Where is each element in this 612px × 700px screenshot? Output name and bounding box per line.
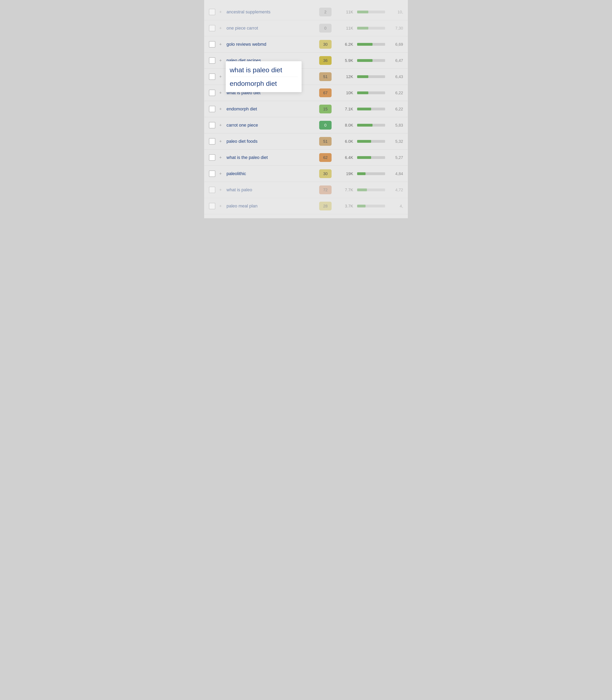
bar-fill	[357, 156, 371, 159]
volume-text: 6.4K	[337, 155, 353, 160]
extra-number: 6,47	[389, 58, 403, 63]
difficulty-bar	[357, 75, 385, 78]
bar-fill	[357, 172, 365, 175]
keyword-text: one piece carrot	[226, 26, 319, 31]
score-badge: 36	[319, 56, 332, 65]
keyword-text: endomorph diet	[226, 106, 319, 112]
table-row: + what is paleo 72 7.7K 4,72	[204, 182, 408, 198]
bar-fill	[357, 75, 368, 78]
row-checkbox[interactable]	[209, 90, 215, 96]
keyword-text: paleolithic	[226, 171, 319, 176]
add-button[interactable]: +	[218, 9, 223, 15]
keyword-text: what is paleo	[226, 187, 319, 192]
difficulty-bar	[357, 59, 385, 62]
row-checkbox[interactable]	[209, 154, 215, 161]
add-button[interactable]: +	[218, 74, 223, 80]
volume-text: 7.7K	[337, 188, 353, 192]
volume-text: 11K	[337, 10, 353, 14]
row-checkbox[interactable]	[209, 138, 215, 145]
volume-text: 7.1K	[337, 107, 353, 111]
score-badge: 0	[319, 24, 332, 32]
extra-number: 5,27	[389, 155, 403, 160]
difficulty-bar	[357, 140, 385, 143]
extra-number: 6,69	[389, 42, 403, 47]
table-row: + what is the paleo diet 62 6.4K 5,27	[204, 149, 408, 166]
add-button[interactable]: +	[218, 187, 223, 193]
extra-number: 4,84	[389, 172, 403, 176]
table-row: + ancestral supplements 2 11K 10,	[204, 4, 408, 20]
table-row: + endomorph diet 15 7.1K 6,22	[204, 101, 408, 117]
add-button[interactable]: +	[218, 42, 223, 47]
row-checkbox[interactable]	[209, 73, 215, 80]
difficulty-bar	[357, 124, 385, 127]
difficulty-bar	[357, 43, 385, 46]
score-badge: 28	[319, 202, 332, 211]
bar-fill	[357, 27, 368, 30]
add-button[interactable]: +	[218, 203, 223, 209]
difficulty-bar	[357, 188, 385, 191]
volume-text: 5.9K	[337, 58, 353, 63]
table-row: + paleo meal plan 28 3.7K 4,	[204, 198, 408, 214]
volume-text: 11K	[337, 26, 353, 31]
tooltip-item[interactable]: what is paleo diet	[230, 63, 297, 77]
keyword-text: carrot one piece	[226, 123, 319, 128]
bar-fill	[357, 124, 373, 127]
score-badge: 72	[319, 185, 332, 194]
volume-text: 8.0K	[337, 123, 353, 128]
table-row: + paleolithic 30 19K 4,84	[204, 166, 408, 182]
bar-fill	[357, 108, 371, 111]
volume-text: 3.7K	[337, 204, 353, 209]
row-checkbox[interactable]	[209, 106, 215, 112]
row-checkbox[interactable]	[209, 122, 215, 128]
row-checkbox[interactable]	[209, 203, 215, 209]
volume-text: 10K	[337, 91, 353, 95]
bar-fill	[357, 188, 367, 191]
row-checkbox[interactable]	[209, 187, 215, 193]
tooltip-item[interactable]: endomorph diet	[230, 77, 297, 90]
keyword-tooltip-popup: what is paleo dietendomorph diet	[226, 61, 302, 92]
add-button[interactable]: +	[218, 155, 223, 160]
score-badge: 30	[319, 40, 332, 49]
row-checkbox[interactable]	[209, 41, 215, 47]
add-button[interactable]: +	[218, 25, 223, 31]
add-button[interactable]: +	[218, 90, 223, 96]
bar-fill	[357, 59, 373, 62]
volume-text: 19K	[337, 172, 353, 176]
volume-text: 12K	[337, 74, 353, 79]
extra-number: 6,22	[389, 107, 403, 111]
add-button[interactable]: +	[218, 139, 223, 144]
difficulty-bar	[357, 27, 385, 30]
difficulty-bar	[357, 156, 385, 159]
keyword-text: paleo diet foods	[226, 139, 319, 144]
add-button[interactable]: +	[218, 58, 223, 63]
row-checkbox[interactable]	[209, 9, 215, 15]
extra-number: 4,72	[389, 188, 403, 192]
row-checkbox[interactable]	[209, 171, 215, 177]
bar-fill	[357, 140, 371, 143]
bar-fill	[357, 43, 373, 46]
score-badge: 0	[319, 121, 332, 130]
extra-number: 7,30	[389, 26, 403, 31]
row-checkbox[interactable]	[209, 57, 215, 64]
add-button[interactable]: +	[218, 106, 223, 112]
bar-fill	[357, 91, 368, 94]
bar-fill	[357, 11, 368, 13]
keyword-list: + ancestral supplements 2 11K 10, + one …	[204, 0, 408, 218]
add-button[interactable]: +	[218, 123, 223, 128]
difficulty-bar	[357, 172, 385, 175]
extra-number: 5,32	[389, 139, 403, 144]
keyword-text: ancestral supplements	[226, 9, 319, 15]
score-badge: 62	[319, 153, 332, 162]
score-badge: 67	[319, 88, 332, 97]
row-checkbox[interactable]	[209, 25, 215, 31]
score-badge: 51	[319, 137, 332, 146]
volume-text: 6.2K	[337, 42, 353, 47]
volume-text: 6.0K	[337, 139, 353, 144]
add-button[interactable]: +	[218, 171, 223, 176]
score-badge: 51	[319, 72, 332, 81]
extra-number: 5,83	[389, 123, 403, 128]
keyword-text: golo reviews webmd	[226, 42, 319, 47]
score-badge: 2	[319, 8, 332, 16]
extra-number: 6,22	[389, 91, 403, 95]
table-row: + carrot one piece 0 8.0K 5,83	[204, 117, 408, 133]
